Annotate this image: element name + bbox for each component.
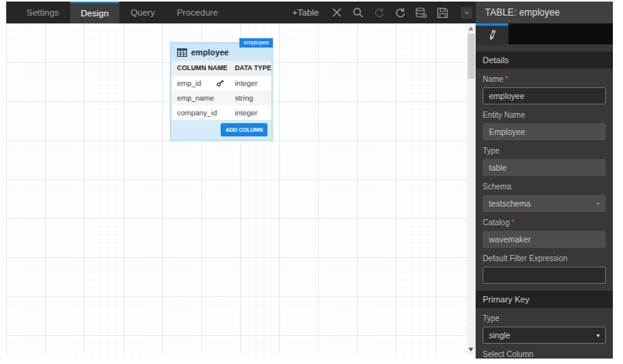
mode-tabs: Settings Design Query Procedure: [6, 2, 229, 23]
field-label: Catalog: [483, 218, 509, 227]
schema-canvas[interactable]: employee employee COLUMN NAME DATA TYPE: [6, 23, 476, 355]
data-type-header: DATA TYPE: [229, 61, 271, 75]
field-pk-column: Select Column emp_id ▾: [476, 344, 613, 359]
field-label: Name: [483, 75, 504, 83]
field-entity-name: Entity Name: [476, 104, 613, 140]
scroll-up-icon[interactable]: [469, 27, 473, 30]
edit-tab[interactable]: [476, 23, 508, 44]
entity-badge[interactable]: employee: [239, 38, 273, 48]
search-icon[interactable]: [352, 6, 364, 19]
pk-type-select[interactable]: single ▾: [483, 327, 606, 344]
designer-area: Settings Design Query Procedure +Table: [6, 2, 476, 359]
field-name: Name*: [476, 69, 613, 104]
tab-design[interactable]: Design: [70, 2, 120, 23]
scrollbar-thumb[interactable]: [468, 34, 475, 79]
column-row-company-id[interactable]: company_id integer: [172, 105, 271, 120]
field-type: Type: [476, 140, 613, 176]
table-grid-icon: [177, 48, 187, 57]
panel-body: Details Name* Entity Name Type Schema te…: [476, 44, 613, 359]
redo-icon[interactable]: [394, 6, 406, 19]
field-label: Type: [483, 147, 606, 155]
field-pk-type: Type single ▾: [476, 308, 613, 344]
chevron-down-icon: ▾: [596, 332, 600, 339]
name-input[interactable]: [483, 87, 606, 104]
panel-tabs: [476, 23, 613, 44]
column-type: string: [229, 90, 271, 105]
field-catalog: Catalog*: [476, 212, 613, 248]
field-default-filter: Default Filter Expression: [476, 248, 613, 284]
column-row-emp-id[interactable]: emp_id integer: [172, 76, 271, 90]
required-marker: *: [505, 75, 508, 83]
selected-value: single: [489, 330, 510, 340]
field-label: Schema: [483, 182, 606, 191]
column-name-header: COLUMN NAME: [172, 61, 229, 75]
properties-panel: TABLE: employee Details Name*: [476, 2, 613, 359]
required-marker: *: [511, 218, 514, 227]
undo-icon[interactable]: [373, 6, 385, 19]
entity-name-input: [483, 123, 606, 140]
save-icon[interactable]: [436, 6, 448, 19]
add-column-button[interactable]: ADD COLUMN: [221, 123, 267, 136]
app-window: Settings Design Query Procedure +Table: [6, 2, 613, 359]
column-type: integer: [229, 105, 271, 120]
column-row-emp-name[interactable]: emp_name string: [172, 90, 271, 105]
column-type: integer: [229, 76, 271, 90]
tab-procedure[interactable]: Procedure: [166, 2, 229, 23]
schema-select: testschema ▾: [483, 195, 606, 212]
field-label: Default Filter Expression: [483, 254, 606, 263]
entity-card-title: employee: [191, 48, 228, 57]
entity-card-employee[interactable]: employee employee COLUMN NAME DATA TYPE: [170, 42, 273, 141]
add-table-button[interactable]: +Table: [292, 8, 319, 17]
entity-card-footer: ADD COLUMN: [172, 120, 271, 140]
scroll-down-icon[interactable]: [469, 348, 473, 352]
column-name: emp_id: [177, 79, 201, 87]
canvas-vertical-scrollbar[interactable]: [467, 23, 476, 355]
column-name: emp_name: [177, 94, 214, 102]
field-label: Type: [483, 314, 606, 323]
section-primary-key: Primary Key: [476, 291, 613, 308]
panel-collapse-button[interactable]: »: [461, 7, 473, 19]
panel-title: TABLE: employee: [476, 2, 613, 23]
tab-query[interactable]: Query: [119, 2, 165, 23]
tab-settings[interactable]: Settings: [16, 2, 70, 23]
section-details: Details: [476, 51, 613, 69]
catalog-input: [483, 231, 606, 248]
column-name: company_id: [177, 108, 217, 117]
chevron-down-icon: ▾: [596, 200, 600, 207]
export-db-icon[interactable]: [415, 6, 427, 19]
field-schema: Schema testschema ▾: [476, 176, 613, 212]
top-toolbar: Settings Design Query Procedure +Table: [6, 2, 476, 23]
toolbar-actions: +Table: [292, 2, 476, 23]
field-label: Entity Name: [483, 111, 606, 119]
primary-key-icon: [216, 79, 225, 87]
selected-value: testschema: [489, 199, 531, 208]
card-column-headers: COLUMN NAME DATA TYPE: [172, 61, 271, 76]
cancel-icon[interactable]: [331, 6, 343, 19]
type-input: [483, 159, 606, 176]
default-filter-input[interactable]: [483, 267, 606, 284]
pencil-icon: [487, 30, 497, 41]
field-label: Select Column: [483, 350, 606, 359]
card-rows: emp_id integer: [172, 76, 271, 120]
